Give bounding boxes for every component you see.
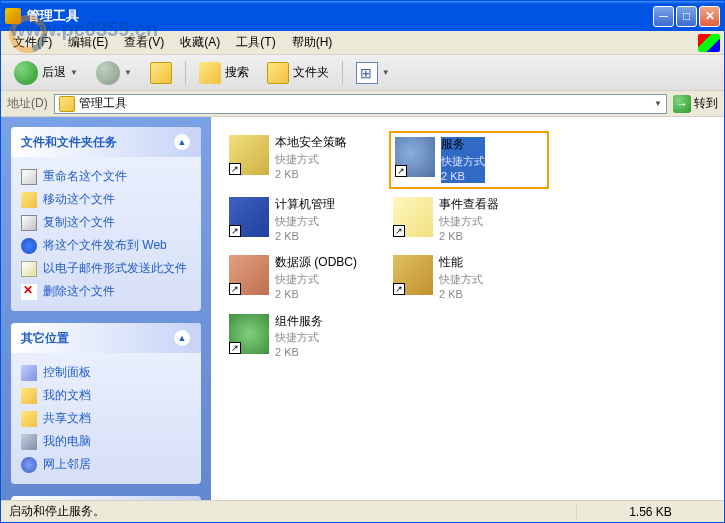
file-type: 快捷方式 [439, 214, 499, 228]
control-panel-icon [21, 365, 37, 381]
move-icon [21, 192, 37, 208]
web-icon [21, 238, 37, 254]
forward-icon [96, 61, 120, 85]
chevron-down-icon: ▼ [124, 68, 132, 77]
address-label: 地址(D) [7, 95, 48, 112]
place-my-documents[interactable]: 我的文档 [21, 384, 191, 407]
views-button[interactable]: ▼ [349, 57, 397, 89]
file-item[interactable]: ↗本地安全策略快捷方式2 KB [225, 131, 385, 189]
file-item[interactable]: ↗组件服务快捷方式2 KB [225, 310, 385, 364]
file-name: 组件服务 [275, 314, 323, 330]
forward-button[interactable]: ▼ [89, 56, 139, 90]
search-icon [199, 62, 221, 84]
tasks-panel: 文件和文件夹任务 ▲ 重命名这个文件 移动这个文件 复制这个文件 将这个文件发布… [11, 127, 201, 311]
file-item[interactable]: ↗事件查看器快捷方式2 KB [389, 193, 549, 247]
task-label: 重命名这个文件 [43, 168, 127, 185]
place-control-panel[interactable]: 控制面板 [21, 361, 191, 384]
place-label: 共享文档 [43, 410, 91, 427]
folder-up-icon [150, 62, 172, 84]
copy-icon [21, 215, 37, 231]
delete-icon [21, 284, 37, 300]
file-icon: ↗ [229, 197, 269, 237]
menu-favorites[interactable]: 收藏(A) [172, 31, 228, 54]
place-label: 网上邻居 [43, 456, 91, 473]
place-shared-docs[interactable]: 共享文档 [21, 407, 191, 430]
places-panel-header[interactable]: 其它位置 ▲ [11, 323, 201, 353]
go-label: 转到 [694, 95, 718, 112]
maximize-button[interactable]: □ [676, 6, 697, 27]
chevron-up-icon: ▲ [173, 329, 191, 347]
file-type: 快捷方式 [275, 214, 335, 228]
back-icon [14, 61, 38, 85]
windows-flag-icon [698, 34, 720, 52]
file-item[interactable]: ↗性能快捷方式2 KB [389, 251, 549, 305]
chevron-down-icon[interactable]: ▼ [654, 99, 662, 108]
file-list[interactable]: ↗本地安全策略快捷方式2 KB↗服务快捷方式2 KB↗计算机管理快捷方式2 KB… [211, 117, 724, 500]
menu-view[interactable]: 查看(V) [116, 31, 172, 54]
menu-help[interactable]: 帮助(H) [284, 31, 341, 54]
separator [185, 61, 186, 85]
task-label: 以电子邮件形式发送此文件 [43, 260, 187, 277]
sidebar: 文件和文件夹任务 ▲ 重命名这个文件 移动这个文件 复制这个文件 将这个文件发布… [1, 117, 211, 500]
go-icon: → [673, 95, 691, 113]
place-network[interactable]: 网上邻居 [21, 453, 191, 476]
task-label: 将这个文件发布到 Web [43, 237, 167, 254]
shortcut-icon: ↗ [393, 225, 405, 237]
menu-edit[interactable]: 编辑(E) [60, 31, 116, 54]
mail-icon [21, 261, 37, 277]
file-size: 2 KB [275, 167, 347, 181]
place-my-computer[interactable]: 我的电脑 [21, 430, 191, 453]
menu-tools[interactable]: 工具(T) [228, 31, 283, 54]
network-icon [21, 457, 37, 473]
file-size: 2 KB [275, 345, 323, 359]
minimize-button[interactable]: ─ [653, 6, 674, 27]
file-item[interactable]: ↗服务快捷方式2 KB [389, 131, 549, 189]
folder-icon [59, 96, 75, 112]
menu-file[interactable]: 文件(F) [5, 31, 60, 54]
file-icon: ↗ [229, 135, 269, 175]
shortcut-icon: ↗ [229, 225, 241, 237]
task-publish-web[interactable]: 将这个文件发布到 Web [21, 234, 191, 257]
task-delete[interactable]: 删除这个文件 [21, 280, 191, 303]
chevron-up-icon: ▲ [173, 133, 191, 151]
task-rename[interactable]: 重命名这个文件 [21, 165, 191, 188]
window-title: 管理工具 [27, 7, 653, 25]
places-title: 其它位置 [21, 330, 69, 347]
shortcut-icon: ↗ [393, 283, 405, 295]
back-button[interactable]: 后退 ▼ [7, 56, 85, 90]
up-button[interactable] [143, 57, 179, 89]
separator [342, 61, 343, 85]
close-button[interactable]: ✕ [699, 6, 720, 27]
file-icon: ↗ [395, 137, 435, 177]
task-email[interactable]: 以电子邮件形式发送此文件 [21, 257, 191, 280]
folders-button[interactable]: 文件夹 [260, 57, 336, 89]
search-button[interactable]: 搜索 [192, 57, 256, 89]
chevron-down-icon: ▼ [382, 68, 390, 77]
file-name: 服务 [441, 137, 485, 153]
menubar: 文件(F) 编辑(E) 查看(V) 收藏(A) 工具(T) 帮助(H) [1, 31, 724, 55]
task-move[interactable]: 移动这个文件 [21, 188, 191, 211]
address-input[interactable]: 管理工具 ▼ [54, 94, 667, 114]
folders-label: 文件夹 [293, 64, 329, 81]
shortcut-icon: ↗ [229, 163, 241, 175]
address-value: 管理工具 [79, 95, 127, 112]
file-item[interactable]: ↗数据源 (ODBC)快捷方式2 KB [225, 251, 385, 305]
file-size: 2 KB [439, 229, 499, 243]
task-label: 复制这个文件 [43, 214, 115, 231]
computer-icon [21, 434, 37, 450]
place-label: 我的文档 [43, 387, 91, 404]
file-type: 快捷方式 [275, 330, 323, 344]
file-item[interactable]: ↗计算机管理快捷方式2 KB [225, 193, 385, 247]
statusbar: 启动和停止服务。 1.56 KB [1, 500, 724, 522]
go-button[interactable]: → 转到 [673, 95, 718, 113]
status-text: 启动和停止服务。 [9, 503, 576, 520]
status-size: 1.56 KB [576, 505, 716, 519]
tasks-panel-header[interactable]: 文件和文件夹任务 ▲ [11, 127, 201, 157]
search-label: 搜索 [225, 64, 249, 81]
file-type: 快捷方式 [441, 154, 485, 168]
file-type: 快捷方式 [275, 152, 347, 166]
task-copy[interactable]: 复制这个文件 [21, 211, 191, 234]
place-label: 控制面板 [43, 364, 91, 381]
places-panel: 其它位置 ▲ 控制面板 我的文档 共享文档 我的电脑 网上邻居 [11, 323, 201, 484]
task-label: 删除这个文件 [43, 283, 115, 300]
